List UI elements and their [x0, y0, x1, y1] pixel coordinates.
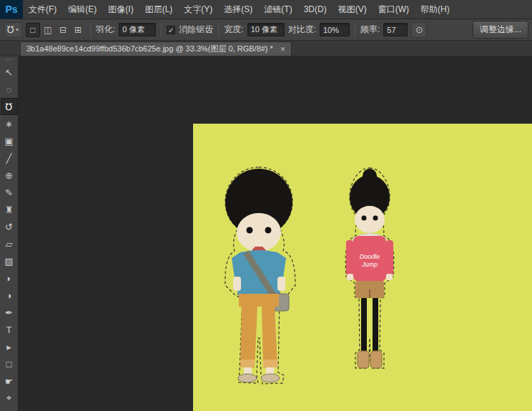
eyedropper-tool[interactable]: ╱ [1, 149, 18, 167]
girl-boot-right [370, 351, 382, 368]
separator [161, 23, 162, 37]
separator [355, 23, 355, 37]
width-label: 宽度: [224, 24, 243, 36]
blur-tool[interactable]: ◗ [1, 269, 18, 287]
menu-item-file[interactable]: 文件(F) [23, 0, 62, 19]
shape-tool[interactable]: □ [1, 355, 18, 372]
add-to-selection-button[interactable]: ◫ [41, 23, 55, 37]
antialias-checkbox[interactable]: ✓ [167, 26, 175, 34]
girl-figure: Doodle Jump [345, 168, 393, 368]
open-document-image[interactable]: Doodle Jump [193, 124, 532, 411]
boy-eye-left [247, 227, 253, 234]
girl-hand-right [386, 274, 393, 280]
girl-sleeve-right [386, 240, 393, 276]
menu-item-window[interactable]: 窗口(W) [373, 0, 415, 19]
chevron-down-icon: ▾ [16, 26, 19, 33]
marquee-tool[interactable]: ◌ [1, 81, 18, 98]
boy-cuff-right [263, 360, 277, 367]
contrast-label: 对比度: [288, 24, 316, 36]
girl-hoodie-text-line2: Jump [361, 261, 378, 268]
hand-tool[interactable]: ☛ [1, 372, 18, 390]
document-tab[interactable]: 3b1a48e89ce14cd99ffbd536b7cb625e.jpg @ 3… [20, 41, 292, 56]
menu-item-select[interactable]: 选择(S) [218, 0, 258, 19]
gradient-tool[interactable]: ▨ [1, 252, 18, 269]
boy-leg-right [262, 305, 277, 368]
girl-leg-right [373, 298, 378, 352]
drawing-two-characters: Doodle Jump [193, 124, 532, 411]
boy-ankle-left [244, 367, 252, 375]
boy-hand-right [277, 277, 285, 291]
antialias-label: 消除锯齿 [179, 24, 213, 36]
frequency-label: 频率: [360, 24, 380, 36]
girl-face [355, 206, 385, 233]
contrast-input[interactable]: 10% [320, 23, 350, 36]
photoshop-logo: Ps [0, 0, 23, 19]
girl-hoodie-text-line1: Doodle [360, 253, 380, 260]
photoshop-window: Ps 文件(F) 编辑(E) 图像(I) 图层(L) 文字(Y) 选择(S) 滤… [0, 0, 532, 411]
magnetic-lasso-tool[interactable]: ℧ [1, 98, 18, 115]
boy-face [237, 213, 281, 252]
feather-input[interactable]: 0 像素 [119, 23, 156, 36]
feather-label: 羽化: [96, 24, 115, 36]
boy-leg-left [240, 305, 257, 368]
close-icon[interactable]: × [280, 44, 285, 54]
tool-options-bar: ℧ ▾ □ ◫ ⊟ ⊞ 羽化: 0 像素 ✓ 消除锯齿 宽度: 10 像素 对比… [0, 19, 532, 41]
pen-pressure-icon[interactable]: ⊙ [411, 22, 427, 38]
tools-panel: ⋯ ↖◌℧∗▣╱⊕✎♜↺▱▨◗◑✒T▸□☛⌖ [0, 56, 19, 411]
zoom-tool[interactable]: ⌖ [1, 390, 18, 407]
intersect-selection-button[interactable]: ⊞ [71, 23, 85, 37]
lasso-icon: ℧ [7, 24, 14, 35]
main-area: ⋯ ↖◌℧∗▣╱⊕✎♜↺▱▨◗◑✒T▸□☛⌖ [0, 56, 532, 411]
document-tab-title: 3b1a48e89ce14cd99ffbd536b7cb625e.jpg @ 3… [26, 44, 273, 54]
boy-sandal-right [261, 374, 280, 382]
menu-items: 文件(F) 编辑(E) 图像(I) 图层(L) 文字(Y) 选择(S) 滤镜(T… [23, 0, 455, 19]
boy-cuff-left [240, 360, 255, 367]
document-tab-bar: 3b1a48e89ce14cd99ffbd536b7cb625e.jpg @ 3… [0, 41, 532, 56]
boy-sandal-left [238, 374, 257, 382]
frequency-input[interactable]: 57 [383, 23, 408, 36]
boy-hand-left [233, 277, 241, 291]
canvas-area[interactable]: Doodle Jump [19, 56, 532, 411]
quick-selection-tool[interactable]: ∗ [1, 115, 18, 132]
boy-ankle-right [266, 367, 274, 375]
separator [218, 23, 219, 37]
new-selection-button[interactable]: □ [26, 23, 40, 37]
pen-tool[interactable]: ✒ [1, 304, 18, 321]
selection-mode-group: □ ◫ ⊟ ⊞ [26, 23, 85, 37]
refine-edge-button[interactable]: 调整边缘... [473, 21, 528, 39]
girl-sleeve-left [346, 240, 353, 276]
girl-leg-left [361, 298, 367, 352]
brush-tool[interactable]: ✎ [1, 184, 18, 201]
tool-list: ↖◌℧∗▣╱⊕✎♜↺▱▨◗◑✒T▸□☛⌖ [1, 64, 18, 407]
girl-boot-left [358, 351, 369, 368]
menu-item-edit[interactable]: 编辑(E) [62, 0, 102, 19]
girl-eye-right [373, 216, 378, 221]
eraser-tool[interactable]: ▱ [1, 235, 18, 252]
move-tool[interactable]: ↖ [1, 64, 18, 81]
history-brush-tool[interactable]: ↺ [1, 218, 18, 235]
healing-brush-tool[interactable]: ⊕ [1, 167, 18, 184]
subtract-from-selection-button[interactable]: ⊟ [56, 23, 70, 37]
tool-preset-picker[interactable]: ℧ ▾ [4, 22, 22, 38]
girl-hand-left [347, 274, 353, 280]
menu-bar: Ps 文件(F) 编辑(E) 图像(I) 图层(L) 文字(Y) 选择(S) 滤… [0, 0, 532, 19]
menu-item-type[interactable]: 文字(Y) [178, 0, 218, 19]
width-input[interactable]: 10 像素 [247, 23, 285, 36]
menu-item-3d[interactable]: 3D(D) [298, 0, 332, 19]
menu-item-help[interactable]: 帮助(H) [415, 0, 455, 19]
dodge-tool[interactable]: ◑ [1, 287, 18, 304]
girl-eye-left [362, 216, 367, 221]
separator [90, 23, 91, 37]
boy-pants-hip [239, 294, 279, 307]
menu-item-view[interactable]: 视图(V) [332, 0, 373, 19]
boy-eye-right [265, 227, 272, 234]
menu-item-image[interactable]: 图像(I) [102, 0, 139, 19]
clone-stamp-tool[interactable]: ♜ [1, 201, 18, 218]
menu-item-filter[interactable]: 滤镜(T) [258, 0, 297, 19]
crop-tool[interactable]: ▣ [1, 132, 18, 149]
type-tool[interactable]: T [1, 321, 18, 338]
menu-item-layer[interactable]: 图层(L) [139, 0, 179, 19]
path-selection-tool[interactable]: ▸ [1, 338, 18, 355]
boy-figure [225, 167, 295, 384]
panel-grip[interactable]: ⋯ [6, 56, 12, 64]
